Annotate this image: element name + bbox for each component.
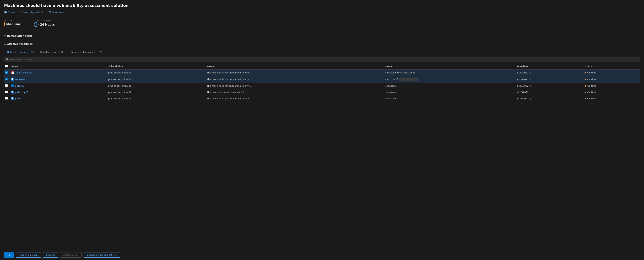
table-header-row: Name ↑↓ Subscription Reason Owner ↑↓	[4, 63, 640, 70]
fix-button[interactable]: Fix	[4, 252, 14, 258]
sort-name-icon[interactable]: ↑↓	[20, 66, 22, 67]
resource-table: Name ↑↓ Subscription Reason Owner ↑↓	[4, 63, 640, 102]
svg-point-11	[13, 78, 13, 79]
td-checkbox-4	[4, 89, 10, 95]
svg-rect-5	[12, 72, 13, 73]
freshness-label: Freshness interval	[34, 19, 55, 21]
hourglass-icon-1: ⧖	[530, 72, 531, 74]
resource-icon-3	[11, 84, 14, 87]
tab-healthy[interactable]: Healthy resources (0)	[37, 49, 68, 55]
tab-not-applicable-label: Not applicable resources (0)	[70, 51, 102, 53]
exempt-footer-button[interactable]: Exempt	[43, 252, 58, 258]
owner-tooltip	[398, 78, 418, 81]
td-owner-5: sebassem	[384, 95, 515, 102]
td-reason-4: The machine doesn't have data from ...	[205, 89, 384, 95]
more-options-icon[interactable]: ···	[130, 4, 133, 7]
severity-label: Severity	[4, 19, 20, 21]
th-subscription: Subscription	[106, 63, 205, 70]
resource-link-3[interactable]: ps1ps01	[11, 84, 105, 87]
th-status: Status ↑↓	[583, 63, 640, 70]
select-all-checkbox[interactable]	[5, 65, 8, 67]
svg-point-12	[13, 79, 13, 80]
exempt-button[interactable]: Exempt	[4, 11, 16, 13]
severity-bar	[4, 22, 5, 26]
status-dot-5	[585, 98, 586, 99]
resource-table-wrap: Name ↑↓ Subscription Reason Owner ↑↓	[4, 63, 640, 102]
remediation-header[interactable]: ▼ Remediation steps	[4, 33, 640, 39]
tab-not-applicable[interactable]: Not applicable resources (0)	[68, 49, 105, 55]
sort-due-date-icon[interactable]: ↑↓	[529, 66, 532, 67]
row-checkbox-1[interactable]	[5, 71, 8, 74]
trigger-logic-app-button[interactable]: Trigger logic app	[16, 252, 41, 258]
open-query-button[interactable]: Open query	[48, 11, 64, 13]
tab-healthy-label: Healthy resources (0)	[40, 51, 64, 53]
view-policy-button[interactable]: View policy definition	[20, 11, 44, 13]
td-owner-3: sebassem	[384, 83, 515, 89]
open-query-label: Open query	[52, 11, 64, 13]
td-due-4: 6/28/2022 ⧖	[515, 89, 583, 95]
search-row: 🔍	[4, 57, 640, 62]
tab-unhealthy[interactable]: Unhealthy resources (5)	[4, 49, 37, 55]
td-sub-3: prod-subscription-01	[106, 83, 205, 89]
td-sub-2: prod-subscription-01	[106, 76, 205, 83]
th-owner: Owner ↑↓	[384, 63, 515, 70]
status-dot-3	[585, 85, 586, 87]
td-name-3: ps1ps01	[10, 83, 106, 89]
affected-label: Affected resources	[7, 43, 32, 45]
change-owner-button[interactable]: Change owner and set ETA	[84, 252, 120, 258]
exempt-label: Exempt	[8, 11, 16, 13]
td-reason-5: The machine is not onboarded to any ...	[205, 95, 384, 102]
td-reason-3: The machine is not onboarded to any ...	[205, 83, 384, 89]
hourglass-icon-5: ⧖	[530, 98, 531, 100]
td-checkbox-5	[4, 95, 10, 102]
search-input[interactable]	[10, 58, 638, 61]
svg-point-0	[4, 11, 7, 13]
td-reason-1: The machine is not onboarded to any ...	[205, 70, 384, 76]
td-checkbox-3	[4, 83, 10, 89]
svg-point-16	[13, 86, 13, 86]
sort-owner-icon[interactable]: ↑↓	[394, 66, 397, 67]
td-status-4: On time	[583, 89, 640, 95]
resource-tabs: Unhealthy resources (5) Healthy resource…	[4, 49, 640, 55]
exempt-icon	[4, 11, 7, 13]
resource-link-2[interactable]: server01	[11, 78, 105, 81]
hourglass-icon-2: ⧖	[530, 78, 531, 81]
table-row: ps1dc01 prod-subscription-01 The machine…	[4, 95, 640, 102]
row-checkbox-3[interactable]	[5, 84, 8, 87]
table-row: server01 prod-subscription-01 The machin…	[4, 76, 640, 83]
sort-status-icon[interactable]: ↑↓	[594, 66, 597, 67]
resource-link-5[interactable]: ps1dc01	[11, 97, 105, 100]
td-sub-1: prod-subscription-01	[106, 70, 205, 76]
page-container: Machines should have a vulnerability ass…	[0, 0, 644, 114]
title-row: Machines should have a vulnerability ass…	[4, 3, 640, 8]
footer-bar: Fix Trigger logic app Exempt Assign owne…	[0, 250, 644, 260]
td-due-5: 6/28/2022 ⧖	[515, 95, 583, 102]
hourglass-icon-3: ⧖	[530, 85, 531, 87]
td-name-4: ps1dpmp01	[10, 89, 106, 95]
row-checkbox-4[interactable]	[5, 91, 8, 93]
tab-unhealthy-label: Unhealthy resources (5)	[7, 51, 34, 53]
freshness-value: 24 Hours	[34, 22, 55, 27]
td-status-5: On time	[583, 95, 640, 102]
search-wrap: 🔍	[4, 57, 640, 62]
td-due-2: 6/28/2022 ⧖	[515, 76, 583, 83]
td-status-1: On time	[583, 70, 640, 76]
remediation-chevron-icon: ▼	[4, 35, 6, 37]
table-row: win-s0ejkbimsjl prod-subscription-01 The…	[4, 70, 640, 76]
svg-point-15	[13, 85, 13, 85]
row-checkbox-2[interactable]	[5, 78, 8, 80]
meta-section: Severity Medium Freshness interval 24 Ho…	[4, 19, 640, 27]
th-due-date: Due date ↑↓	[515, 63, 583, 70]
row-checkbox-5[interactable]	[5, 97, 8, 100]
search-icon: 🔍	[6, 58, 9, 61]
resource-link-4[interactable]: ps1dpmp01	[11, 91, 105, 94]
affected-header[interactable]: ▲ Affected resources	[4, 41, 640, 47]
freshness-meta: Freshness interval 24 Hours	[34, 19, 55, 27]
svg-rect-8	[13, 73, 14, 74]
table-row: ps1ps01 prod-subscription-01 The machine…	[4, 83, 640, 89]
resource-link-1[interactable]: win-s0ejkbimsjl	[11, 71, 105, 74]
assign-owner-button[interactable]: Assign owner	[60, 252, 82, 258]
trigger-label: Trigger logic app	[19, 254, 38, 256]
affected-resources-section: ▲ Affected resources Unhealthy resources…	[4, 41, 640, 102]
svg-point-20	[13, 92, 13, 93]
